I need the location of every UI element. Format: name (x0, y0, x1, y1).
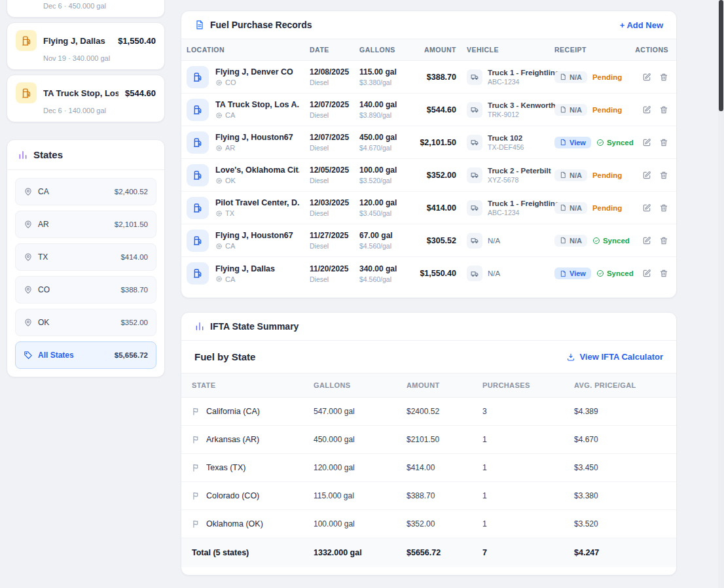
vehicle-cell: N/A (462, 261, 549, 286)
purchase-subtext: Dec 6 · 140.000 gal (43, 107, 156, 114)
location-name: Flying J, Denver CO (215, 67, 293, 77)
price-per-gal: $4.560/gal (359, 275, 405, 283)
purchase-date: 12/03/2025 (310, 198, 349, 207)
vehicle-cell: Truck 102 TX-DEF456 (462, 130, 549, 156)
receipt-cell: N/A Pending (549, 99, 629, 120)
target-icon (215, 112, 223, 119)
receipt-badge[interactable]: View (554, 268, 591, 279)
fuel-record-row: Flying J, Houston67 AR 12/07/2025 Diesel (181, 126, 676, 159)
purchase-amount: $1,550.40 (118, 36, 156, 46)
purchase-card[interactable]: Flying J, Dallas $1,550.40 Nov 19 · 340.… (7, 22, 165, 70)
delete-button[interactable] (659, 203, 668, 213)
state-item[interactable]: CO $388.70 (15, 276, 156, 303)
amount-cell: $1,550.40 (410, 264, 462, 283)
location-cell: Flying J, Denver CO CO (181, 61, 304, 93)
scrollbar-track[interactable] (718, 0, 724, 588)
purchase-date: 11/27/2025 (310, 231, 349, 240)
ifta-header: IFTA State Summary (181, 313, 676, 341)
truck-icon (467, 102, 482, 118)
location-cell: Love's, Oklahoma Cit... OK (181, 160, 304, 191)
edit-button[interactable] (642, 171, 651, 180)
edit-button[interactable] (642, 73, 651, 82)
purchase-card[interactable]: TA Truck Stop, Los ... $544.60 Dec 6 · 1… (7, 75, 165, 122)
receipt-badge[interactable]: View (554, 137, 591, 148)
ifta-title: IFTA State Summary (210, 321, 299, 332)
location-pin-icon (24, 318, 33, 327)
state-cell: Colorado (CO) (181, 487, 308, 505)
purchases-cell: 1 (477, 430, 569, 449)
avg-price-cell: $4.389 (569, 402, 676, 421)
check-circle-icon (596, 269, 604, 277)
purchase-subtext: Dec 6 · 450.000 gal (43, 2, 156, 10)
delete-button[interactable] (659, 73, 668, 82)
fuel-pump-icon (187, 230, 209, 252)
view-ifta-calculator-link[interactable]: View IFTA Calculator (566, 352, 663, 362)
fuel-record-row: Love's, Oklahoma Cit... OK 12/05/2025 Di… (181, 159, 676, 192)
fuel-type: Diesel (310, 111, 349, 119)
delete-button[interactable] (659, 269, 668, 278)
fuel-record-row: Flying J, Denver CO CO 12/08/2025 Diesel (181, 61, 676, 94)
edit-button[interactable] (642, 138, 651, 147)
target-icon (215, 177, 223, 184)
receipt-badge[interactable]: N/A (554, 202, 587, 214)
location-stack: TA Truck Stop, Los A... CA (215, 100, 299, 119)
delete-button[interactable] (659, 236, 668, 245)
delete-button[interactable] (659, 171, 668, 180)
date-cell: 12/03/2025 Diesel (304, 194, 354, 222)
truck-icon (467, 200, 482, 216)
delete-button[interactable] (659, 138, 668, 147)
fuel-pump-icon (187, 262, 209, 285)
location-name: Flying J, Houston67 (215, 231, 293, 240)
state-item[interactable]: AR $2,101.50 (15, 211, 156, 238)
location-name: Flying J, Dallas (215, 264, 275, 273)
state-list: CA $2,400.52 AR $2,101.50 (7, 170, 164, 377)
status-label: Synced (603, 237, 630, 245)
state-cell: Texas (TX) (181, 458, 308, 477)
purchase-card-partial[interactable]: Dec 6 · 450.000 gal (7, 0, 165, 18)
receipt-badge[interactable]: N/A (554, 169, 587, 181)
add-new-button[interactable]: + Add New (620, 20, 663, 30)
col-amount: AMOUNT (410, 39, 462, 60)
state-abbrev: CA (225, 242, 235, 250)
gallons-cell: 547.000 gal (308, 402, 401, 421)
purchase-name: TA Truck Stop, Los ... (43, 88, 118, 98)
receipt-status: Synced (596, 139, 634, 147)
state-item[interactable]: OK $352.00 (15, 309, 156, 336)
edit-button[interactable] (642, 236, 651, 245)
purchases-cell: 1 (477, 487, 569, 505)
location-cell: Flying J, Houston67 CA (181, 225, 304, 256)
state-item[interactable]: CA $2,400.52 (15, 178, 156, 205)
col-vehicle: VEHICLE (462, 39, 549, 60)
fuel-pump-icon (187, 197, 209, 219)
fuel-type: Diesel (310, 242, 349, 250)
state-code: AR (38, 220, 49, 229)
price-per-gal: $3.450/gal (359, 209, 405, 217)
purchase-amount: $544.60 (125, 88, 156, 98)
receipt-badge[interactable]: N/A (554, 235, 587, 247)
vehicle-stack: Truck 3 - Kenworth TRK-9012 (488, 101, 556, 118)
actions-cell (629, 133, 676, 152)
receipt-status: Synced (596, 269, 634, 277)
date-cell: 11/20/2025 Diesel (304, 260, 354, 288)
location-name: TA Truck Stop, Los A... (215, 100, 299, 109)
edit-button[interactable] (642, 269, 651, 278)
state-code: CA (38, 187, 49, 196)
state-item[interactable]: TX $414.00 (15, 243, 156, 271)
all-states-item[interactable]: All States $5,656.72 (15, 341, 156, 369)
app-root: Dec 6 · 450.000 gal Flying J, Dallas $1,… (0, 0, 724, 588)
delete-button[interactable] (659, 105, 668, 114)
tag-icon (24, 351, 33, 360)
state-amount: $414.00 (120, 253, 148, 261)
download-icon (566, 353, 575, 362)
location-pin-icon (24, 220, 33, 229)
scrollbar-thumb[interactable] (719, 0, 723, 111)
panel-bottom-spacer (181, 567, 676, 575)
edit-button[interactable] (642, 203, 651, 213)
state-code: CO (38, 285, 50, 294)
ifta-state-row: Texas (TX) 120.000 gal $414.00 1 $3.450 (181, 454, 676, 482)
location-cell: Flying J, Houston67 AR (181, 127, 304, 158)
gallons-value: 140.00 gal (359, 100, 405, 109)
receipt-badge[interactable]: N/A (554, 71, 587, 83)
receipt-badge[interactable]: N/A (554, 104, 587, 116)
edit-button[interactable] (642, 105, 651, 114)
